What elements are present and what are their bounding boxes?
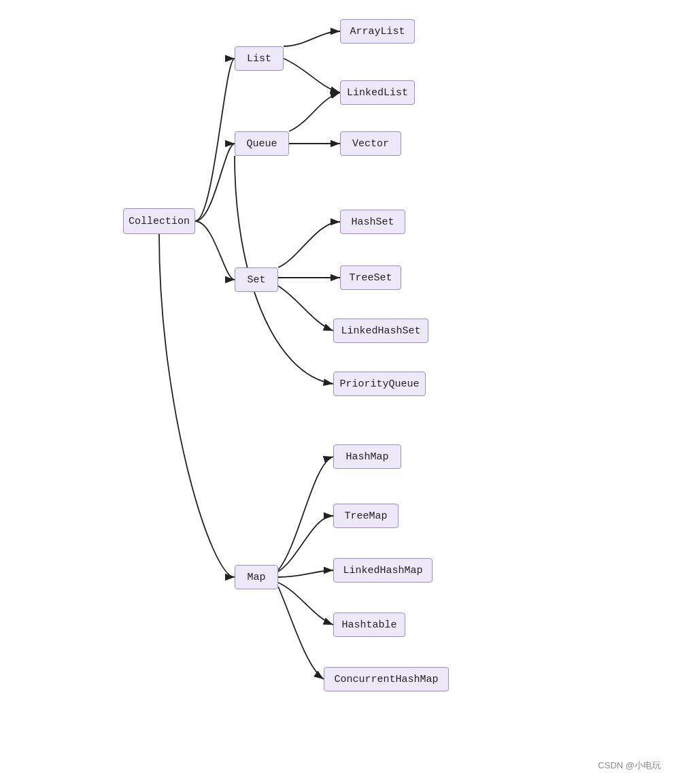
node-hashset: HashSet (340, 210, 405, 234)
node-set: Set (235, 267, 278, 292)
node-linkedhashmap: LinkedHashMap (333, 558, 433, 583)
watermark: CSDN @小电玩 (598, 760, 661, 772)
node-collection: Collection (123, 208, 195, 234)
node-list: List (235, 46, 284, 71)
node-linkedhashset: LinkedHashSet (333, 318, 428, 343)
node-treemap: TreeMap (333, 504, 399, 528)
node-arraylist: ArrayList (340, 19, 415, 44)
node-map: Map (235, 565, 278, 589)
node-vector: Vector (340, 131, 401, 156)
node-priorityqueue: PriorityQueue (333, 372, 426, 396)
node-concurrenthashmap: ConcurrentHashMap (324, 667, 449, 691)
node-queue: Queue (235, 131, 289, 156)
node-hashtable: Hashtable (333, 612, 405, 637)
node-linkedlist: LinkedList (340, 80, 415, 105)
node-treeset: TreeSet (340, 265, 401, 290)
diagram-container: Collection List Queue Set Map ArrayList … (0, 0, 676, 784)
node-hashmap: HashMap (333, 444, 401, 469)
